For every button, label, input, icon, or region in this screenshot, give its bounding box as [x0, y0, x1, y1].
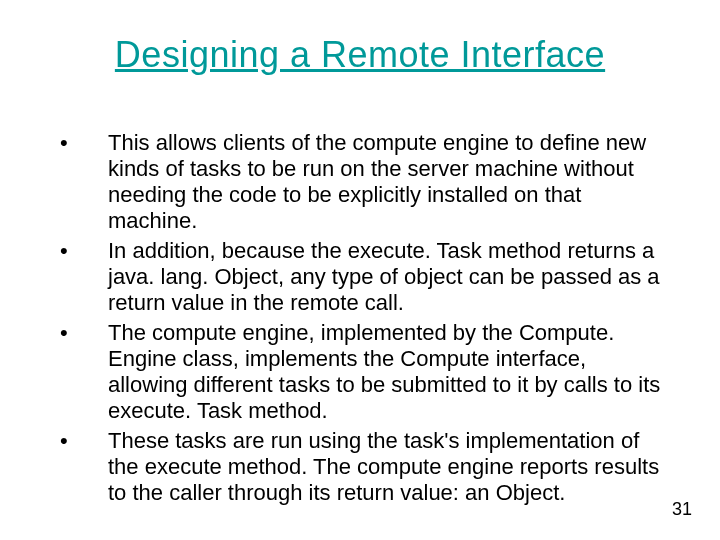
list-item: • The compute engine, implemented by the…: [60, 320, 670, 424]
bullet-text: In addition, because the execute. Task m…: [108, 238, 670, 316]
list-item: • These tasks are run using the task's i…: [60, 428, 670, 506]
slide: Designing a Remote Interface • This allo…: [0, 0, 720, 540]
page-number: 31: [672, 499, 692, 520]
slide-title: Designing a Remote Interface: [0, 34, 720, 76]
bullet-icon: •: [60, 238, 108, 264]
list-item: • In addition, because the execute. Task…: [60, 238, 670, 316]
bullet-icon: •: [60, 428, 108, 454]
slide-body: • This allows clients of the compute eng…: [60, 130, 670, 510]
list-item: • This allows clients of the compute eng…: [60, 130, 670, 234]
bullet-icon: •: [60, 130, 108, 156]
bullet-text: These tasks are run using the task's imp…: [108, 428, 670, 506]
bullet-text: The compute engine, implemented by the C…: [108, 320, 670, 424]
bullet-text: This allows clients of the compute engin…: [108, 130, 670, 234]
bullet-icon: •: [60, 320, 108, 346]
